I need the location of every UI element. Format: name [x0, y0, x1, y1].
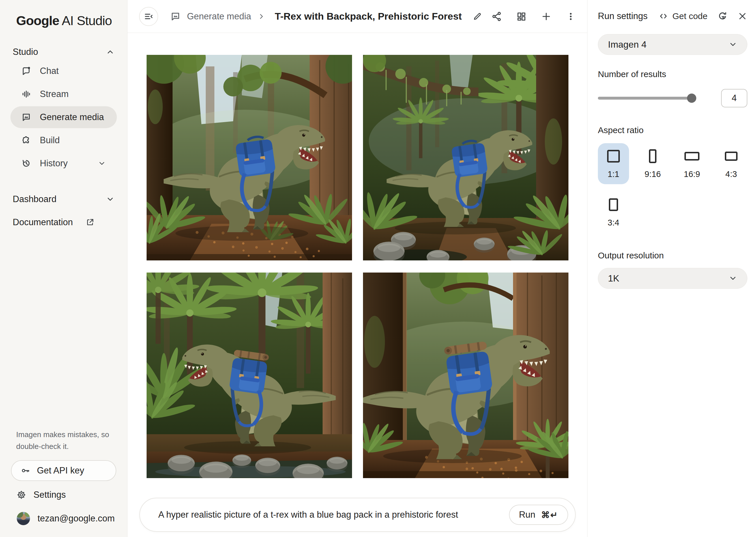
- trex-scene-1: [147, 55, 352, 261]
- apps-grid-button[interactable]: [516, 11, 527, 21]
- run-settings-title: Run settings: [598, 11, 648, 21]
- stream-waveform-icon: [21, 89, 31, 99]
- get-code-button[interactable]: Get code: [659, 11, 707, 21]
- sidebar-item-generate-media[interactable]: Generate media: [10, 106, 117, 128]
- ratio-label: 9:16: [645, 170, 661, 179]
- run-shortcut: ⌘↵: [541, 510, 558, 520]
- history-icon: [21, 158, 31, 168]
- code-icon: [659, 11, 668, 21]
- generated-image-3[interactable]: [147, 272, 352, 478]
- run-settings-header: Run settings Get code: [598, 0, 747, 32]
- share-icon: [491, 11, 502, 21]
- output-resolution-label: Output resolution: [598, 251, 747, 261]
- number-of-results-label: Number of results: [598, 69, 747, 79]
- documentation-label: Documentation: [13, 217, 73, 227]
- close-panel-button[interactable]: [737, 11, 747, 21]
- key-icon: [21, 466, 30, 475]
- build-puzzle-icon: [21, 135, 31, 145]
- account-row[interactable]: tezan@google.com: [11, 509, 116, 528]
- aspect-ratio-9-16[interactable]: 9:16: [637, 143, 668, 184]
- sidebar-item-stream[interactable]: Stream: [10, 83, 117, 105]
- account-email: tezan@google.com: [38, 513, 115, 524]
- collapse-sidebar-button[interactable]: [139, 7, 158, 26]
- aspect-ratio-4-3[interactable]: 4:3: [716, 143, 747, 184]
- app-logo: Google AI StudioAI Studio: [0, 0, 127, 28]
- results-area: A hyper realistic picture of a t-rex wit…: [128, 33, 587, 537]
- sidebar-item-history[interactable]: History: [10, 152, 117, 174]
- chevron-down-icon: [106, 195, 115, 204]
- aspect-ratio-16-9[interactable]: 16:9: [676, 143, 707, 184]
- panel-actions: Get code: [659, 11, 747, 21]
- run-button[interactable]: Run ⌘↵: [509, 505, 568, 525]
- ratio-label: 1:1: [608, 170, 619, 179]
- generate-media-icon: [170, 11, 181, 21]
- main-area: Generate media T-Rex with Backpack, Preh…: [128, 0, 587, 537]
- sidebar-item-label: Build: [40, 135, 60, 145]
- reset-settings-button[interactable]: [717, 11, 728, 21]
- ratio-landscape-icon: [725, 151, 737, 161]
- header-actions: [491, 11, 576, 21]
- ratio-square-icon: [607, 150, 620, 163]
- sidebar-section-studio[interactable]: Studio: [13, 47, 115, 57]
- logo-google: Google: [16, 13, 59, 28]
- sidebar-item-chat[interactable]: Chat: [10, 60, 117, 82]
- edit-pencil-icon[interactable]: [472, 12, 482, 21]
- chevron-down-icon: [729, 40, 737, 49]
- run-settings-panel: Run settings Get code Imagen 4 Number of…: [587, 0, 756, 537]
- sidebar-item-label: Chat: [40, 66, 58, 76]
- gear-icon: [17, 490, 26, 499]
- apps-grid-icon: [516, 11, 527, 21]
- model-select[interactable]: Imagen 4: [598, 34, 747, 55]
- model-disclaimer: Imagen makes mistakes, so double-check i…: [11, 429, 116, 453]
- app-window: Google AI StudioAI Studio Studio Chat St…: [0, 0, 756, 537]
- get-code-label: Get code: [672, 11, 707, 21]
- sidebar-item-build[interactable]: Build: [10, 129, 117, 151]
- disclaimer-line-1: Imagen makes mistakes, so: [16, 429, 111, 441]
- chevron-down-icon: [98, 159, 106, 167]
- close-icon: [737, 11, 747, 21]
- generated-image-4[interactable]: [363, 272, 568, 478]
- output-resolution-select[interactable]: 1K: [598, 268, 747, 289]
- sidebar-item-documentation[interactable]: Documentation: [0, 211, 127, 233]
- aspect-ratio-1-1[interactable]: 1:1: [598, 143, 629, 184]
- plus-icon: [541, 11, 551, 21]
- share-button[interactable]: [491, 11, 502, 21]
- sidebar-item-label: Generate media: [40, 112, 104, 122]
- ratio-widescreen-icon: [684, 152, 699, 160]
- sidebar: Google AI StudioAI Studio Studio Chat St…: [0, 0, 128, 537]
- ratio-portrait-icon: [649, 149, 657, 163]
- avatar: [17, 512, 30, 525]
- model-select-value: Imagen 4: [608, 39, 646, 50]
- results-slider-knob[interactable]: [687, 94, 696, 103]
- results-slider[interactable]: [598, 97, 695, 100]
- dashboard-label: Dashboard: [13, 194, 57, 204]
- breadcrumb-root[interactable]: Generate media: [187, 11, 251, 21]
- trex-scene-4: [363, 272, 568, 478]
- sidebar-item-settings[interactable]: Settings: [11, 485, 116, 505]
- sidebar-item-label: Stream: [40, 89, 69, 99]
- external-link-icon: [86, 218, 94, 227]
- output-resolution-value: 1K: [608, 273, 619, 284]
- aspect-ratio-3-4[interactable]: 3:4: [598, 192, 629, 233]
- prompt-bar[interactable]: A hyper realistic picture of a t-rex wit…: [139, 498, 576, 532]
- section-studio-label: Studio: [13, 47, 38, 57]
- main-header: Generate media T-Rex with Backpack, Preh…: [128, 0, 587, 33]
- new-item-button[interactable]: [541, 11, 551, 21]
- generated-image-1[interactable]: [147, 55, 352, 261]
- collapse-sidebar-icon: [144, 12, 154, 21]
- chevron-down-icon: [729, 274, 737, 283]
- chevron-right-icon: [257, 13, 265, 21]
- results-value-field[interactable]: 4: [721, 89, 747, 107]
- kebab-menu-icon: [566, 12, 576, 21]
- number-of-results-control: 4: [598, 89, 747, 107]
- generated-image-2[interactable]: [363, 55, 568, 261]
- trex-scene-3: [147, 272, 352, 478]
- run-label: Run: [519, 510, 535, 520]
- get-api-key-label: Get API key: [37, 465, 84, 476]
- prompt-input[interactable]: A hyper realistic picture of a t-rex wit…: [158, 510, 458, 520]
- logo-ai-studio: AI Studio: [62, 13, 112, 28]
- reset-settings-icon: [717, 11, 728, 21]
- get-api-key-button[interactable]: Get API key: [11, 460, 116, 481]
- sidebar-item-dashboard[interactable]: Dashboard: [0, 188, 127, 210]
- more-options-button[interactable]: [566, 12, 576, 21]
